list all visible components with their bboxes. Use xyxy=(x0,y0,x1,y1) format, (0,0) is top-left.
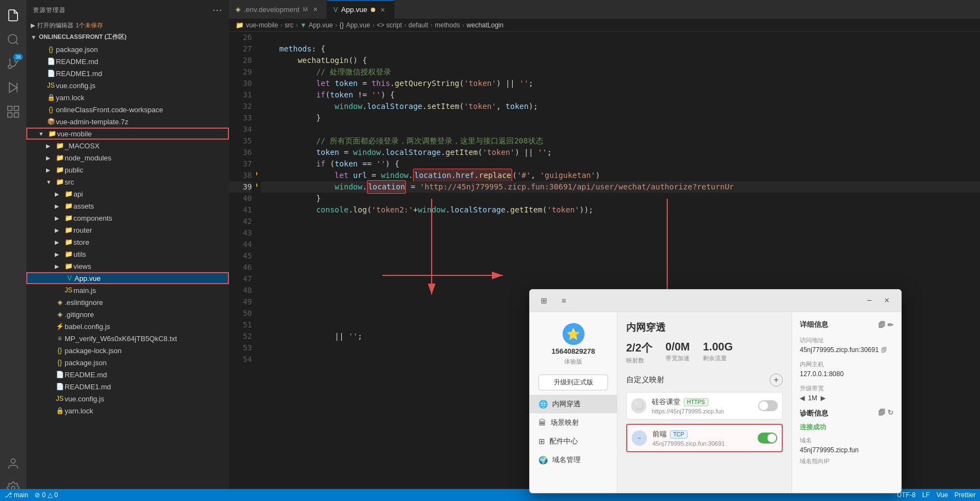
tunnel-nav-label: 内网穿透 xyxy=(552,399,581,409)
extensions-icon[interactable] xyxy=(2,101,24,123)
tab-vue-icon: V xyxy=(334,6,338,14)
yarn-lock2-item[interactable]: 🔒 yarn.lock xyxy=(26,405,229,417)
package-json2-item[interactable]: {} package.json xyxy=(26,356,229,368)
popup-nav-components[interactable]: ⊞ 配件中心 xyxy=(530,432,617,451)
store-item[interactable]: ▶ 📁 store xyxy=(26,236,229,248)
file-label: vue.config.js xyxy=(56,82,95,90)
workspace-file-item[interactable]: {} onlineClassFront.code-workspace xyxy=(26,103,229,116)
public-item[interactable]: ▶ 📁 public xyxy=(26,164,229,176)
code-line-32: window.localStorage.setItem('token', tok… xyxy=(261,101,980,112)
account-icon[interactable] xyxy=(2,453,24,475)
bc-sep2: › xyxy=(296,21,298,29)
bw-decrease-button[interactable]: ◀ xyxy=(800,394,805,402)
code-editor[interactable]: 2627282930 3132333435 3637383940 4142434… xyxy=(229,32,980,501)
sidebar-more-button[interactable]: ··· xyxy=(213,4,222,16)
bc-methods[interactable]: methods xyxy=(435,21,460,29)
bc-mobile[interactable]: vue-mobile xyxy=(246,21,278,29)
popup-nav-tunnel[interactable]: 🌐 内网穿透 xyxy=(530,395,617,413)
tab-vue-close[interactable]: × xyxy=(379,5,387,14)
tab-app-vue[interactable]: V App.vue × xyxy=(327,0,394,19)
detail-copy-icon[interactable]: 🗐 xyxy=(878,321,885,329)
router-item[interactable]: ▶ 📁 router xyxy=(26,224,229,236)
folder-icon: 📁 xyxy=(64,190,73,198)
bc-folder[interactable]: 📁 xyxy=(236,21,244,29)
sidebar: 资源管理器 ··· ▶ 打开的编辑器 1个未保存 ▼ ONLINECLASSFR… xyxy=(26,0,229,501)
vue-config2-item[interactable]: JS vue.config.js xyxy=(26,393,229,405)
open-editors-count: 1个未保存 xyxy=(76,21,103,30)
source-control-icon[interactable]: 38 xyxy=(2,53,24,74)
src-item[interactable]: ▼ 📁 src xyxy=(26,176,229,188)
yarn-lock-item[interactable]: 🔒 yarn.lock xyxy=(26,91,229,103)
tab-env-close[interactable]: × xyxy=(311,5,320,14)
babel-config-item[interactable]: ⚡ babel.config.js xyxy=(26,320,229,332)
readme-md-item[interactable]: 📄 README.md xyxy=(26,55,229,67)
vue-config-item[interactable]: JS vue.config.js xyxy=(26,79,229,91)
tab-env-development[interactable]: ◈ .env.development M × xyxy=(229,0,327,19)
code-line-26 xyxy=(261,32,980,43)
eslintignore-item[interactable]: ◈ .eslintignore xyxy=(26,296,229,308)
package-json-item[interactable]: {} package.json xyxy=(26,43,229,55)
folder-label: store xyxy=(73,238,89,246)
components-item[interactable]: ▶ 📁 components xyxy=(26,212,229,224)
mp-verify-item[interactable]: ≡ MP_verify_W6s0xK64jTB5QkC8.txt xyxy=(26,332,229,344)
node-modules-item[interactable]: ▶ 📁 node_modules xyxy=(26,152,229,164)
bc-script[interactable]: <> script xyxy=(377,21,402,29)
detail-edit-icon[interactable]: ✏ xyxy=(887,321,893,329)
bc-wechatlogin[interactable]: wechatLogin xyxy=(467,21,503,29)
files-icon[interactable] xyxy=(2,4,24,26)
bc-default[interactable]: default xyxy=(409,21,428,29)
bw-increase-button[interactable]: ▶ xyxy=(821,394,826,402)
bc-appvue2[interactable]: {} xyxy=(340,21,344,29)
bc-appvue[interactable]: App.vue xyxy=(309,21,333,29)
bc-src[interactable]: src xyxy=(285,21,294,29)
workspace-arrow[interactable]: ▼ xyxy=(31,34,37,41)
upgrade-button[interactable]: 升级到正式版 xyxy=(538,375,608,390)
tunnel-item-frontend[interactable]: − 前端 TCP 45nj779995.zicp.fun:30691 xyxy=(626,424,783,452)
readme-md2-item[interactable]: 📄 README.md xyxy=(26,368,229,381)
popup-close-button[interactable]: × xyxy=(879,293,895,308)
vue-mobile-folder-item[interactable]: ▼ 📁 vue-mobile xyxy=(26,128,229,140)
main-js-item[interactable]: JS main.js xyxy=(26,284,229,296)
popup-nav-domain[interactable]: 🌍 域名管理 xyxy=(530,451,617,469)
diag-refresh-icon[interactable]: ↻ xyxy=(887,408,893,418)
tunnel-item-guigu[interactable]: ⬜ 硅谷课堂 HTTPS https://45nj779995.zicp.fun xyxy=(626,392,783,419)
bw-value: 1M xyxy=(808,394,817,402)
status-branch[interactable]: ⎇ main xyxy=(4,491,28,499)
utils-item[interactable]: ▶ 📁 utils xyxy=(26,248,229,260)
package-lock-item[interactable]: {} package-lock.json xyxy=(26,344,229,356)
popup-nav-scene[interactable]: 🏛 场景映射 xyxy=(530,413,617,432)
scene-nav-icon: 🏛 xyxy=(538,418,546,427)
search-icon[interactable] xyxy=(2,28,24,50)
popup-user-section: ⭐ 15640829278 体验版 xyxy=(530,319,617,370)
gitignore-item[interactable]: ◈ .gitignore xyxy=(26,308,229,320)
svg-point-0 xyxy=(8,34,17,43)
tunnel-frontend-toggle[interactable] xyxy=(758,433,777,444)
7z-file-item[interactable]: 📦 vue-admin-template.7z xyxy=(26,116,229,128)
js-icon: JS xyxy=(55,395,65,402)
readme1-md-item[interactable]: 📄 README1.md xyxy=(26,67,229,79)
copy-addr-button[interactable]: 🗐 xyxy=(881,347,887,353)
assets-item[interactable]: ▶ 📁 assets xyxy=(26,200,229,212)
lightbulb-icon2[interactable]: 💡 xyxy=(256,181,259,193)
open-editors-arrow[interactable]: ▶ xyxy=(31,22,35,29)
views-item[interactable]: ▶ 📁 views xyxy=(26,260,229,272)
sidebar-title: 资源管理器 xyxy=(33,6,66,14)
run-icon[interactable] xyxy=(2,77,24,99)
popup-menu-icon[interactable]: ≡ xyxy=(556,293,571,308)
popup-grid-icon[interactable]: ⊞ xyxy=(536,293,552,308)
popup-detail: 详细信息 🗐 ✏ 访问地址 45nj779995.zicp.fun:30691 … xyxy=(792,312,901,493)
api-item[interactable]: ▶ 📁 api xyxy=(26,188,229,200)
file-label: yarn.lock xyxy=(56,94,84,102)
folder-arrow: ▶ xyxy=(55,251,64,257)
diag-copy-icon[interactable]: 🗐 xyxy=(878,408,885,418)
svg-marker-4 xyxy=(9,83,17,93)
macosx-item[interactable]: ▶ 📁 _MACOSX xyxy=(26,140,229,152)
popup-minimize-button[interactable]: − xyxy=(862,293,877,308)
code-line-36: token = window.localStorage.getItem('tok… xyxy=(261,147,980,158)
add-mapping-button[interactable]: + xyxy=(770,373,783,387)
readme1-md2-item[interactable]: 📄 README1.md xyxy=(26,381,229,393)
lightbulb-icon[interactable]: 💡 xyxy=(256,170,259,181)
tunnel-guigu-toggle[interactable] xyxy=(758,400,778,411)
bc-appvue3[interactable]: App.vue xyxy=(346,21,370,29)
app-vue-item[interactable]: V App.vue xyxy=(26,272,229,284)
